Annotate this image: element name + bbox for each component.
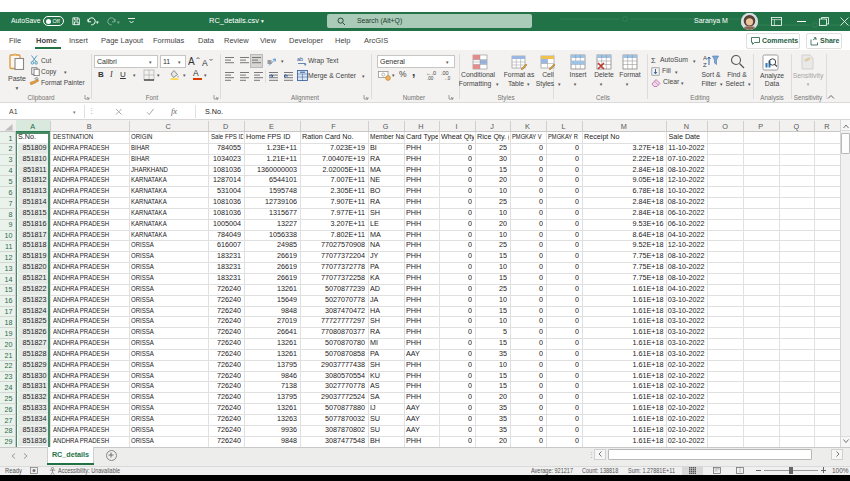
svg-text:→.0: →.0 [442, 76, 451, 81]
svg-text:A: A [188, 56, 195, 67]
svg-text:ab: ab [297, 56, 303, 62]
svg-text:A: A [202, 58, 208, 68]
svg-text:A: A [703, 55, 707, 61]
svg-text:Z: Z [703, 62, 707, 68]
svg-text:.00: .00 [427, 76, 434, 81]
